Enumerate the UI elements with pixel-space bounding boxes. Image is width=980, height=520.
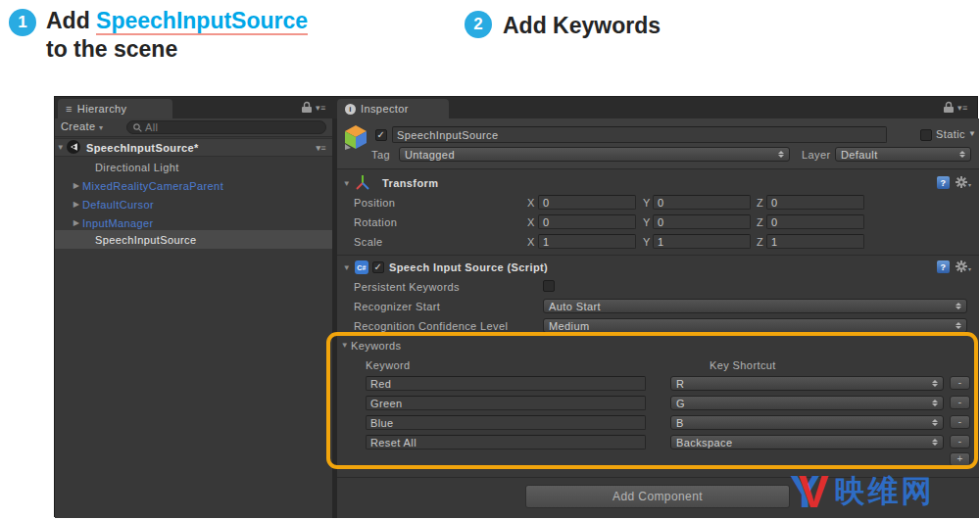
shortcut-dropdown-green[interactable]: G [670,396,944,410]
confidence-level-dropdown[interactable]: Medium [543,318,967,333]
gameobject-name-field[interactable]: SpeechInputSource [392,126,887,143]
search-input[interactable]: All [126,120,326,134]
axis-y-label: Y [643,216,651,228]
watermark-text: 映维网 [834,471,934,512]
confidence-level-label: Recognition Confidence Level [354,320,508,332]
foldout-open-icon[interactable]: ▼ [341,263,353,272]
value: 0 [543,216,550,228]
dropdown-arrows-icon [778,151,784,158]
search-icon [133,123,142,132]
scene-name: SpeechInputSource* [86,142,199,154]
foldout-closed-icon[interactable]: ▶ [71,200,82,209]
position-x-field[interactable]: 0 [538,195,636,210]
value: 0 [771,197,778,209]
axis-z-label: Z [757,236,763,248]
watermark-logo-v: V [799,470,829,513]
minus-label: - [958,397,962,407]
position-y-field[interactable]: 0 [653,195,751,210]
create-button[interactable]: Create ▾ [61,120,103,132]
remove-keyword-button[interactable]: - [950,376,970,390]
add-component-button[interactable]: Add Component [525,485,790,508]
transform-title: Transform [382,177,438,189]
recognizer-start-dropdown[interactable]: Auto Start [543,299,967,313]
value: R [676,378,684,390]
axis-z-label: Z [757,197,763,209]
rotation-z-field[interactable]: 0 [766,214,864,229]
remove-keyword-button[interactable]: - [950,396,970,409]
help-icon[interactable]: ? [937,260,950,273]
gameobject-active-checkbox[interactable]: ✓ [375,129,387,141]
value: Backspace [676,437,732,449]
static-checkbox[interactable] [920,129,932,141]
rotation-x-field[interactable]: 0 [538,214,636,229]
transform-header[interactable]: ▼ Transform [337,173,979,193]
foldout-closed-icon[interactable]: ▶ [71,218,82,227]
chevron-down-icon: ▾ [99,123,103,132]
scale-x-field[interactable]: 1 [538,234,636,249]
hierarchy-tab-label: Hierarchy [77,103,127,115]
rotation-y-field[interactable]: 0 [653,214,751,229]
dropdown-arrows-icon [932,439,938,446]
position-z-field[interactable]: 0 [766,195,864,210]
foldout-closed-icon[interactable]: ▶ [71,181,82,190]
gear-icon[interactable]: ▾ [956,260,971,272]
info-icon: i [345,104,356,115]
hierarchy-item-mixedrealitycameraparent[interactable]: ▶ MixedRealityCameraParent [55,176,332,195]
add-keyword-button[interactable]: + [950,452,970,466]
layer-dropdown[interactable]: Default [835,147,971,162]
tab-inspector[interactable]: i Inspector [337,99,449,118]
shortcut-dropdown-reset-all[interactable]: Backspace [670,435,944,449]
minus-label: - [958,377,962,388]
foldout-open-icon[interactable]: ▼ [339,341,351,350]
value: 1 [771,236,778,248]
search-placeholder: All [145,121,158,133]
lock-icon[interactable] [944,101,954,114]
pane-menu-icon[interactable]: ▾≡ [316,103,326,113]
persistent-keywords-checkbox[interactable] [543,280,555,292]
shortcut-dropdown-blue[interactable]: B [670,415,944,430]
hierarchy-item-directional-light[interactable]: Directional Light [55,158,332,176]
value: G [676,398,685,409]
remove-keyword-button[interactable]: - [950,435,970,449]
static-dropdown-icon[interactable]: ▼ [968,129,976,138]
remove-keyword-button[interactable]: - [950,415,970,429]
minus-label: - [958,436,962,447]
hierarchy-item-speechinputsource[interactable]: SpeechInputSource [55,230,332,249]
screenshot: 1 Add SpeechInputSource to the scene 2 A… [0,0,980,520]
keyword-field-blue[interactable]: Blue [366,415,646,430]
hierarchy-toolbar: Create ▾ All [55,118,332,137]
scene-row[interactable]: ▼ SpeechInputSource* ▾≡ [55,138,332,157]
foldout-open-icon[interactable]: ▼ [341,179,353,188]
hierarchy-pane-controls[interactable]: ▾≡ [302,101,326,114]
value: Reset All [370,437,416,449]
tab-hierarchy[interactable]: ≡ Hierarchy [58,99,172,118]
list-icon: ≡ [66,103,73,115]
speechinputsource-link[interactable]: SpeechInputSource [96,8,308,35]
axis-y-label: Y [643,236,651,248]
keyword-field-green[interactable]: Green [366,396,646,410]
lock-icon[interactable] [302,101,312,114]
scale-z-field[interactable]: 1 [766,234,864,249]
component-enabled-checkbox[interactable]: ✓ [372,261,384,273]
inspector-pane-controls[interactable]: ▾≡ [944,101,968,114]
pane-menu-icon[interactable]: ▾≡ [957,103,968,113]
scale-y-field[interactable]: 1 [653,234,751,249]
scene-menu-icon[interactable]: ▾≡ [316,143,326,153]
step1-badge: 1 [9,9,36,36]
keyword-field-red[interactable]: Red [366,376,646,391]
step2-text: Add Keywords [503,12,661,40]
unity-editor-window: ≡ Hierarchy ▾≡ i Inspector ▾≡ Create ▾ [54,96,978,517]
axis-y-label: Y [643,197,651,209]
speech-component-header[interactable]: ▼ C# ✓ Speech Input Source (Script) [337,258,979,277]
tag-label: Tag [371,149,390,161]
shortcut-dropdown-red[interactable]: R [670,376,944,391]
tag-dropdown[interactable]: Untagged [399,147,790,162]
help-icon[interactable]: ? [937,176,950,189]
gear-icon[interactable]: ▾ [956,176,971,188]
keyword-field-reset-all[interactable]: Reset All [366,435,646,449]
value: 0 [771,216,778,228]
value: Green [370,398,403,409]
hierarchy-item-defaultcursor[interactable]: ▶ DefaultCursor [55,195,332,213]
item-label: SpeechInputSource [95,234,196,246]
foldout-open-icon[interactable]: ▼ [55,143,67,152]
